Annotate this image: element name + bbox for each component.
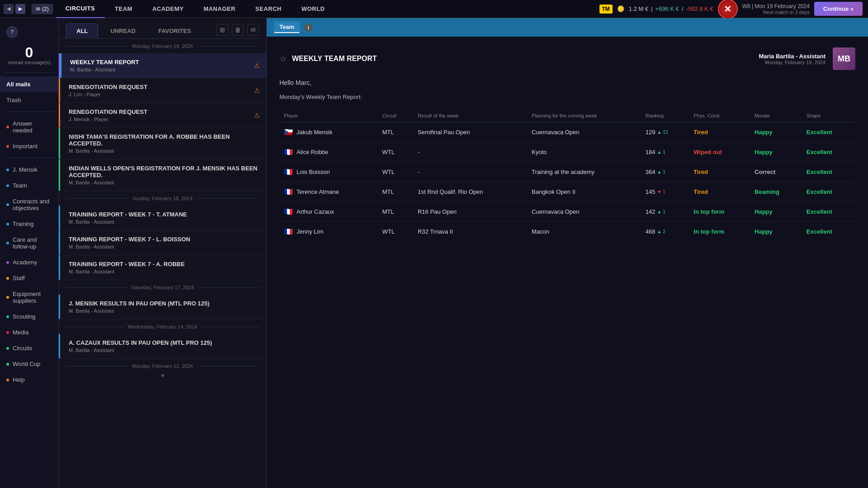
sidebar-item-all-mails[interactable]: All mails [0, 76, 58, 92]
layout-icon[interactable]: ⊞ [217, 24, 228, 36]
email-weekly-team-report[interactable]: WEEKLY TEAM REPORT M. Bartila - Assistan… [59, 53, 266, 78]
col-morale: Morale [750, 109, 802, 122]
col-phys: Phys. Cond. [689, 109, 750, 122]
sidebar-item-equipment[interactable]: Equipment suppliers [0, 286, 58, 309]
email-list-panel: ALL UNREAD FAVORITES ⊞ 🗑 ✉ Monday, Febru… [59, 18, 267, 488]
sidebar-item-help[interactable]: Help [0, 372, 58, 388]
email-flag-3: ⚠ [254, 112, 260, 119]
cell-ranking-4: 142 ▲ 1 [641, 202, 689, 222]
care-label: Care and follow-up [13, 236, 52, 250]
email-mensik-pau[interactable]: J. MENSIK RESULTS IN PAU OPEN (MTL PRO 1… [59, 295, 266, 319]
sidebar-item-media[interactable]: Media [0, 324, 58, 340]
flag-1: 🇫🇷 [284, 148, 293, 156]
unread-count: 0 [0, 45, 58, 60]
tab-unread[interactable]: UNREAD [100, 23, 146, 38]
tab-favorites[interactable]: FAVORITES [148, 23, 202, 38]
email-title-row: ☆ WEEKLY TEAM REPORT Maria Bartila - Ass… [279, 47, 855, 70]
sidebar-item-training[interactable]: Training [0, 216, 58, 232]
sender-avatar-area: MB [833, 47, 855, 70]
cell-morale-1: Happy [750, 142, 802, 162]
sidebar-item-world-cup[interactable]: World Cup [0, 356, 58, 372]
nav-world[interactable]: WORLD [292, 0, 335, 18]
email-bar-2 [59, 78, 60, 103]
table-row: 🇨🇿 Jakub Mensik MTL Semifinal Pau Open C… [279, 122, 855, 142]
nav-forward-button[interactable]: ▶ [15, 4, 25, 14]
j-mensik-label: J. Mensik [13, 166, 38, 173]
cell-player-4: 🇫🇷 Arthur Cazaux [279, 202, 378, 222]
top-nav: ◀ ▶ ✉ (2) CIRCUITS TEAM ACADEMY MANAGER … [0, 0, 868, 18]
email-cazaux-pau[interactable]: A. CAZAUX RESULTS IN PAU OPEN (MTL PRO 1… [59, 334, 266, 359]
equipment-label: Equipment suppliers [13, 291, 52, 304]
email-nishi-robbe[interactable]: NISHI TAMA'S REGISTRATION FOR A. ROBBE H… [59, 128, 266, 160]
nav-circuits[interactable]: CIRCUITS [56, 0, 105, 18]
email-sender-3: J. Mensik - Player [69, 117, 259, 122]
continue-button[interactable]: Continue » [814, 2, 863, 16]
cell-planning-3: Bangkok Open II [527, 182, 641, 202]
sidebar-item-scouting[interactable]: Scouting [0, 309, 58, 324]
sidebar-divider-1 [5, 112, 54, 112]
email-tab-icons: ⊞ 🗑 ✉ [217, 23, 259, 38]
delete-icon[interactable]: 🗑 [232, 24, 244, 36]
email-training-atmane[interactable]: TRAINING REPORT - WEEK 7 - T. ATMANE M. … [59, 206, 266, 230]
email-reneg-mensik[interactable]: RENEGOTIATION REQUEST J. Mensik - Player… [59, 103, 266, 128]
nav-search[interactable]: SEARCH [245, 0, 292, 18]
email-bar-6 [59, 206, 60, 230]
email-training-boisson[interactable]: TRAINING REPORT - WEEK 7 - L. BOISSON M.… [59, 230, 266, 255]
sidebar-item-circuits[interactable]: Circuits [0, 340, 58, 356]
email-sender-5: M. Bartila - Assistant [69, 180, 259, 185]
email-list-scroll[interactable]: Monday, February 19, 2024 WEEKLY TEAM RE… [59, 39, 266, 488]
all-mails-label: All mails [6, 81, 30, 88]
help-dot [6, 379, 9, 381]
important-dot [6, 145, 9, 148]
more-indicator [161, 374, 164, 377]
sidebar-item-contracts[interactable]: Contracts and objectives [0, 193, 58, 216]
tab-all[interactable]: ALL [66, 23, 98, 38]
care-dot [6, 242, 9, 244]
sidebar-item-academy[interactable]: Academy [0, 254, 58, 270]
money-info: 1.2 M € | +696 K € / -592.8 K € [629, 5, 713, 12]
email-body: ☆ WEEKLY TEAM REPORT Maria Bartila - Ass… [267, 37, 868, 488]
sidebar-item-answer-needed[interactable]: Answer needed [0, 116, 58, 138]
email-training-robbe[interactable]: TRAINING REPORT - WEEK 7 - A. ROBBE M. B… [59, 255, 266, 280]
cell-result-4: R16 Pau Open [413, 202, 527, 222]
date-sep-feb14: Wednesday, February 14, 2024 [66, 319, 259, 334]
cell-phys-4: In top form [689, 202, 750, 222]
sidebar-item-staff[interactable]: Staff [0, 270, 58, 286]
email-flag-2: ⚠ [254, 87, 260, 94]
nav-team[interactable]: TEAM [105, 0, 142, 18]
nav-mail-button[interactable]: ✉ (2) [32, 4, 53, 14]
info-icon[interactable]: i [304, 23, 312, 32]
cell-planning-1: Kyoto [527, 142, 641, 162]
contracts-dot [6, 203, 9, 206]
email-reneg-lim[interactable]: RENEGOTIATION REQUEST J. Lim - Player ⚠ [59, 78, 266, 103]
training-dot [6, 223, 9, 225]
nav-back-button[interactable]: ◀ [4, 4, 14, 14]
staff-dot [6, 277, 9, 280]
flag-0: 🇨🇿 [284, 128, 293, 136]
sender-avatar: MB [833, 47, 855, 70]
sidebar-item-trash[interactable]: Trash [0, 92, 58, 108]
star-icon[interactable]: ☆ [279, 54, 287, 64]
nav-manager[interactable]: MANAGER [193, 0, 245, 18]
cell-shape-3: Excellent [802, 182, 855, 202]
close-button[interactable]: ✕ [718, 0, 738, 19]
nav-academy[interactable]: ACADEMY [142, 0, 193, 18]
coin-icon: 🪙 [617, 5, 624, 12]
date-sep-feb17: Saturday, February 17, 2024 [66, 280, 259, 295]
help-icon[interactable]: ? [6, 26, 18, 38]
email-indian-wells-mensik[interactable]: INDIAN WELLS OPEN'S REGISTRATION FOR J. … [59, 160, 266, 191]
training-label: Training [13, 221, 33, 227]
player-name-1: Alice Robbe [297, 149, 328, 155]
sidebar-item-j-mensik[interactable]: J. Mensik [0, 162, 58, 178]
email-subject-5: INDIAN WELLS OPEN'S REGISTRATION FOR J. … [69, 165, 259, 178]
nav-items: CIRCUITS TEAM ACADEMY MANAGER SEARCH WOR… [56, 0, 594, 18]
sidebar-item-important[interactable]: Important [0, 138, 58, 154]
sidebar-item-team[interactable]: Team [0, 178, 58, 193]
sidebar-item-care[interactable]: Care and follow-up [0, 232, 58, 254]
team-tag[interactable]: Team [274, 22, 300, 33]
cell-morale-0: Happy [750, 122, 802, 142]
compose-icon[interactable]: ✉ [247, 24, 259, 36]
cell-ranking-5: 468 ▲ 2 [641, 222, 689, 242]
cell-result-3: 1st Rnd Qualif. Rio Open [413, 182, 527, 202]
email-bar-10 [59, 334, 60, 358]
